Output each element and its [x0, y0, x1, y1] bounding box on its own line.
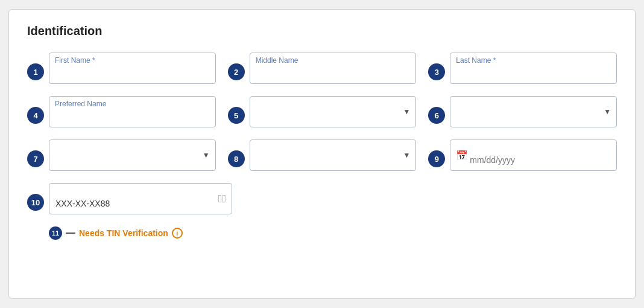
tin-verification-text: Needs TIN Verification — [79, 228, 168, 238]
field-wrap-middle-name: Middle Name — [250, 53, 417, 84]
field-wrap-gender: Gender * Male Female Non-binary Other ▼ — [450, 96, 617, 127]
eye-slash-icon[interactable]: 👁⃣ — [218, 193, 226, 205]
step-badge-5: 5 — [228, 107, 245, 124]
field-group-ssn: 10 SSN * 👁⃣ — [27, 183, 232, 214]
step-badge-8: 8 — [228, 150, 245, 167]
row-2: 4 Preferred Name 5 Pronouns He/Him She/H… — [27, 96, 617, 127]
field-group-ethnicity: 7 Ethnicity * Hispanic or Latino Not His… — [27, 140, 216, 171]
ethnicity-select-wrapper: Hispanic or Latino Not Hispanic or Latin… — [49, 140, 216, 171]
identification-card: Identification 1 First Name * 2 Middle N… — [8, 9, 636, 299]
tin-info-icon[interactable]: i — [172, 228, 183, 239]
ssn-input[interactable] — [49, 183, 232, 214]
field-wrap-ethnicity: Ethnicity * Hispanic or Latino Not Hispa… — [49, 140, 216, 171]
step-badge-4: 4 — [27, 107, 44, 124]
race-select[interactable]: White Black or African American Asian Am… — [250, 140, 417, 171]
field-wrap-last-name: Last Name * — [450, 53, 617, 84]
field-group-pronouns: 5 Pronouns He/Him She/Her They/Them ▼ — [228, 96, 417, 127]
birthday-date-wrapper: 📅 — [450, 140, 617, 171]
pronouns-select-wrapper: He/Him She/Her They/Them ▼ — [250, 96, 417, 127]
tin-dash-line — [66, 233, 75, 234]
preferred-name-input[interactable] — [49, 96, 216, 127]
field-wrap-race: Race * White Black or African American A… — [250, 140, 417, 171]
race-select-wrapper: White Black or African American Asian Am… — [250, 140, 417, 171]
row-3: 7 Ethnicity * Hispanic or Latino Not His… — [27, 140, 617, 171]
step-badge-9: 9 — [428, 150, 445, 167]
ssn-input-wrapper: 👁⃣ — [49, 183, 232, 214]
step-badge-3: 3 — [428, 63, 445, 80]
pronouns-select[interactable]: He/Him She/Her They/Them — [250, 96, 417, 127]
row-4: 10 SSN * 👁⃣ — [27, 183, 617, 214]
step-badge-1: 1 — [27, 63, 44, 80]
field-group-preferred-name: 4 Preferred Name — [27, 96, 216, 127]
first-name-input[interactable] — [49, 53, 216, 84]
step-badge-6: 6 — [428, 107, 445, 124]
field-group-first-name: 1 First Name * — [27, 53, 216, 84]
field-group-race: 8 Race * White Black or African American… — [228, 140, 417, 171]
birthday-input[interactable] — [450, 140, 617, 171]
row-1: 1 First Name * 2 Middle Name 3 Last Name… — [27, 53, 617, 84]
middle-name-input[interactable] — [250, 53, 417, 84]
step-badge-10: 10 — [27, 194, 44, 211]
page-title: Identification — [27, 24, 617, 38]
field-group-gender: 6 Gender * Male Female Non-binary Other … — [428, 96, 617, 127]
field-group-middle-name: 2 Middle Name — [228, 53, 417, 84]
step-badge-11: 11 — [49, 226, 62, 240]
step-badge-2: 2 — [228, 63, 245, 80]
gender-select[interactable]: Male Female Non-binary Other — [450, 96, 617, 127]
field-wrap-pronouns: Pronouns He/Him She/Her They/Them ▼ — [250, 96, 417, 127]
tin-verification-row: 11 Needs TIN Verification i — [49, 226, 617, 240]
field-wrap-preferred-name: Preferred Name — [49, 96, 216, 127]
gender-select-wrapper: Male Female Non-binary Other ▼ — [450, 96, 617, 127]
field-group-last-name: 3 Last Name * — [428, 53, 617, 84]
field-wrap-ssn: SSN * 👁⃣ — [49, 183, 232, 214]
field-wrap-birthday: Birthday * 📅 — [450, 140, 617, 171]
step-badge-7: 7 — [27, 150, 44, 167]
field-group-birthday: 9 Birthday * 📅 — [428, 140, 617, 171]
field-wrap-first-name: First Name * — [49, 53, 216, 84]
last-name-input[interactable] — [450, 53, 617, 84]
ethnicity-select[interactable]: Hispanic or Latino Not Hispanic or Latin… — [49, 140, 216, 171]
